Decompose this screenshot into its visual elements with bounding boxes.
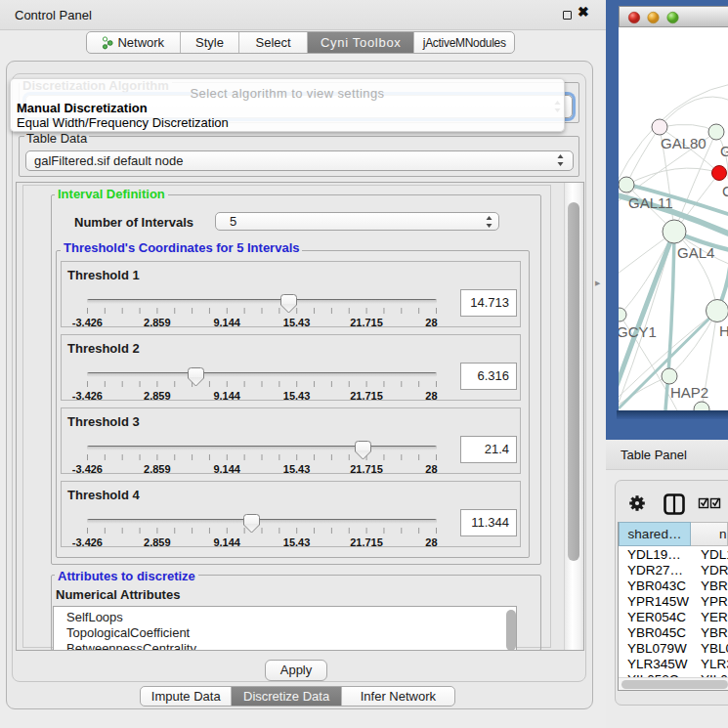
svg-text:GCY1: GCY1 — [619, 323, 657, 340]
svg-text:HAP2: HAP2 — [670, 384, 708, 401]
svg-text:GA: GA — [720, 143, 728, 159]
svg-text:GAL11: GAL11 — [628, 194, 673, 211]
svg-text:C: C — [722, 183, 728, 199]
svg-text:H: H — [719, 322, 728, 339]
svg-text:GAL80: GAL80 — [661, 135, 707, 151]
svg-text:GAL4: GAL4 — [677, 244, 714, 261]
